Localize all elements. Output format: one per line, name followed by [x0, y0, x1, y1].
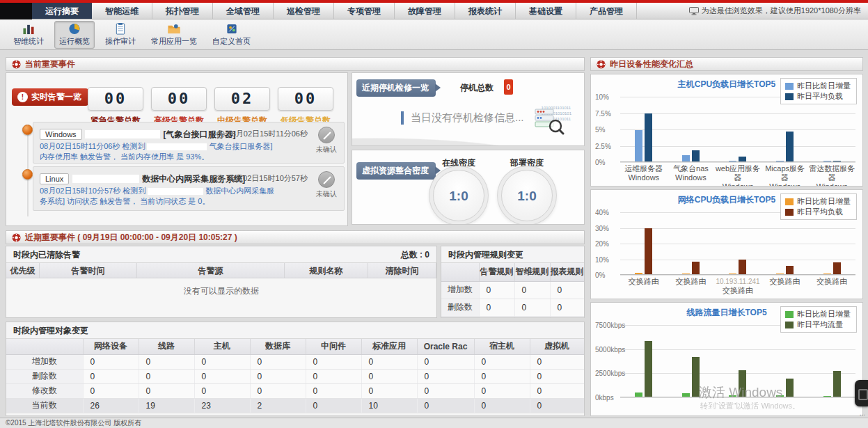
- tab-intelligent-ops[interactable]: 智能运维: [92, 3, 152, 19]
- bar: [739, 260, 746, 274]
- x-category-label: 10.193.11.241交换路由: [714, 277, 762, 295]
- host-cpu-growth-chart: 主机CPU负载日增长TOP5昨日比前日增量昨日平均负载10%7.5%5%2.5%…: [590, 74, 863, 187]
- y-tick-label: 20%: [595, 240, 609, 248]
- medium-alarm-counter: 02: [214, 87, 270, 111]
- row-label: 删除数: [441, 299, 479, 316]
- alert-confirm: 未确认: [313, 127, 340, 154]
- y-tick-label: 0%: [595, 159, 605, 166]
- alert-dot-icon: [22, 125, 33, 135]
- toolbar-item-run-overview[interactable]: 运行概览: [54, 21, 95, 49]
- tab-report-stats[interactable]: 报表统计: [455, 3, 516, 19]
- table-row: 删除数000: [441, 299, 584, 316]
- table-cell: 0: [361, 354, 417, 369]
- bar-group: [714, 212, 762, 274]
- legend-label: 昨日平均负载: [797, 207, 843, 217]
- rule-changes-title: 时段内管理规则变更: [448, 250, 523, 260]
- bar: [833, 262, 841, 274]
- warning-icon: !: [17, 92, 28, 102]
- maintenance-ribbon[interactable]: 近期停机检修一览: [356, 79, 436, 97]
- cleared-alarms-header-row: 优先级告警时间告警源规则名称清除时间: [6, 263, 436, 278]
- device-performance-title: 昨日设备性能变化汇总: [610, 58, 693, 70]
- x-category-label: 交换路由: [808, 277, 855, 295]
- bar: [776, 274, 784, 274]
- y-tick-label: 40%: [595, 209, 609, 216]
- tab-topology[interactable]: 拓扑管理: [152, 3, 213, 19]
- bar: [823, 396, 831, 397]
- realtime-alert-panel: ! 实时告警一览 00 紧急告警总数 00 高级告警总数 02 中级告警总数 0…: [6, 72, 348, 226]
- column-header: [6, 339, 83, 354]
- bar: [786, 132, 794, 161]
- toolbar-item-custom-home[interactable]: 自定义首页: [207, 21, 255, 49]
- confirm-pencil-button[interactable]: [318, 171, 335, 188]
- tab-run-summary[interactable]: 运行摘要: [32, 3, 92, 19]
- table-row: 修改数000000000: [6, 383, 584, 398]
- legend-swatch-icon: [785, 93, 794, 100]
- tab-special-mgmt[interactable]: 专项管理: [334, 3, 395, 19]
- chart-legend: 昨日比前日增量昨日平均负载: [780, 193, 857, 220]
- bar: [833, 371, 841, 397]
- table-cell: 0: [83, 383, 139, 398]
- realtime-alert-ribbon[interactable]: ! 实时告警一览: [12, 88, 88, 106]
- bar: [786, 379, 794, 397]
- tab-global-mgmt[interactable]: 全域管理: [213, 3, 274, 19]
- row-label: 删除数: [6, 369, 83, 383]
- column-header: 告警源: [137, 263, 285, 278]
- table-cell: 19: [139, 398, 194, 413]
- bar-group: [808, 97, 855, 161]
- y-tick-label: 7.5%: [595, 109, 611, 117]
- toolbar-item-audit[interactable]: 操作审计: [100, 21, 141, 49]
- y-tick-label: 0%: [595, 271, 605, 279]
- table-cell: 23: [194, 398, 250, 413]
- column-header: 智维规则: [514, 263, 550, 281]
- high-alarm-counter: 00: [151, 87, 207, 111]
- custom-home-icon: [225, 23, 239, 35]
- alert-time-text: 08月02日15时11分06秒: [228, 129, 308, 139]
- table-cell: 0: [194, 354, 250, 369]
- tab-basic-settings[interactable]: 基础设置: [516, 3, 576, 19]
- legend-label: 昨日比前日增量: [797, 309, 851, 319]
- tab-fault-mgmt[interactable]: 故障管理: [395, 3, 455, 19]
- toolbar-item-common-apps[interactable]: 常用应用一览: [146, 21, 202, 49]
- toolbar-item-ops-stats[interactable]: 智维统计: [8, 21, 49, 49]
- table-cell: 0: [250, 369, 306, 383]
- table-cell: 0: [550, 316, 584, 318]
- bar: [645, 113, 652, 161]
- clock-icon: [216, 130, 225, 138]
- legend-swatch-icon: [785, 198, 794, 205]
- table-cell: 0: [474, 354, 530, 369]
- row-label: 修改数: [441, 316, 479, 318]
- legend-label: 昨日比前日增量: [797, 196, 851, 207]
- nav-left-edge: [0, 3, 32, 19]
- recent-events-title: 近期重要事件 ( 09月19日 00:00:00 - 09月20日 10:05:…: [25, 232, 237, 244]
- table-cell: 0: [530, 398, 584, 413]
- current-events-header: 当前重要事件: [6, 57, 585, 71]
- virtual-density-panel: 虚拟资源整合密度 在线密度 1:0 部署密度 1:0: [352, 150, 585, 225]
- alert-time: 08月02日15时10分57秒: [216, 173, 308, 184]
- column-header: 宿主机: [474, 339, 530, 354]
- toolbar-item-label: 自定义首页: [212, 36, 251, 47]
- table-cell: 0: [530, 354, 584, 369]
- tab-product-mgmt[interactable]: 产品管理: [576, 3, 637, 19]
- screenshot-tool-button[interactable]: [855, 380, 868, 406]
- virtual-density-ribbon-label: 虚拟资源整合密度: [362, 162, 429, 180]
- alert-gear-icon: [12, 233, 21, 242]
- column-header: 告警规则: [479, 263, 514, 281]
- alert-confirm: 未确认: [313, 171, 340, 199]
- bar: [823, 274, 831, 274]
- redacted-text: [72, 175, 139, 183]
- row-label: 修改数: [6, 383, 83, 398]
- toolbar-item-label: 常用应用一览: [151, 36, 197, 47]
- monitor-icon: [689, 7, 699, 15]
- confirm-pencil-button[interactable]: [318, 127, 335, 143]
- x-axis-labels: 交换路由交换路由10.193.11.241交换路由交换路由交换路由: [620, 277, 855, 295]
- virtual-density-ribbon[interactable]: 虚拟资源整合密度: [356, 162, 436, 180]
- alert-card-windows: Windows [气象台接口服务器] 08月02日15时11分06秒 未确认 0…: [33, 122, 345, 164]
- bar: [682, 393, 690, 397]
- column-header: 虚拟机: [530, 339, 584, 354]
- table-cell: 0: [417, 383, 474, 398]
- bar: [739, 157, 746, 161]
- object-changes-panel: 时段内管理对象变更 网络设备线路主机数据库中间件标准应用Oracle Rac宿主…: [6, 322, 585, 416]
- alert-message: 08月02日15时11分06秒 检测到 气象台接口服务器] 内存使用率 触发告警…: [40, 141, 280, 162]
- tab-inspection[interactable]: 巡检管理: [274, 3, 334, 19]
- bar-group: [668, 97, 715, 161]
